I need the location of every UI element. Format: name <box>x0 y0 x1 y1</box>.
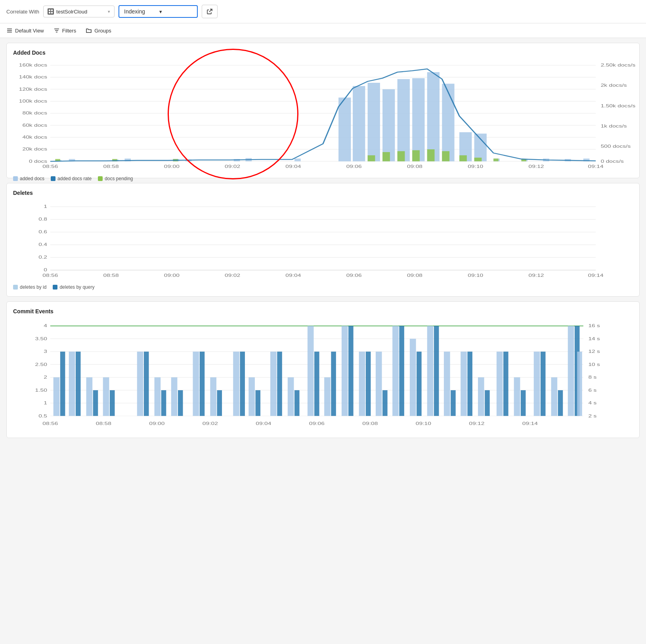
svg-rect-184 <box>467 352 472 416</box>
top-bar: Correlate With testSolrCloud ▾ Indexing … <box>0 0 646 23</box>
svg-rect-182 <box>451 390 456 416</box>
svg-rect-54 <box>353 86 365 161</box>
svg-text:0.4: 0.4 <box>38 242 47 247</box>
svg-text:09:00: 09:00 <box>164 273 180 278</box>
commit-events-card: Commit Events 4 3.50 3 2.50 2 <box>6 301 640 438</box>
svg-rect-76 <box>442 151 449 162</box>
svg-rect-71 <box>368 155 375 161</box>
legend-added-docs: added docs <box>13 176 44 181</box>
svg-rect-155 <box>210 377 216 416</box>
svg-rect-160 <box>256 390 261 416</box>
svg-text:08:56: 08:56 <box>42 164 58 169</box>
svg-rect-147 <box>137 352 143 416</box>
commit-events-svg: 4 3.50 3 2.50 2 1.50 1 0.5 16 s 14 s 12 … <box>13 319 633 430</box>
svg-text:09:14: 09:14 <box>522 421 538 426</box>
svg-rect-73 <box>398 151 405 162</box>
svg-rect-173 <box>376 352 382 416</box>
svg-rect-156 <box>217 390 222 416</box>
indexing-chevron-icon: ▾ <box>159 9 192 15</box>
svg-text:80k docs: 80k docs <box>22 111 47 116</box>
deletes-title: Deletes <box>13 190 633 196</box>
svg-rect-60 <box>442 84 454 161</box>
svg-text:0 docs: 0 docs <box>29 159 47 164</box>
svg-rect-144 <box>93 390 98 416</box>
svg-rect-194 <box>558 390 563 416</box>
svg-text:0: 0 <box>44 268 47 272</box>
svg-text:09:14: 09:14 <box>588 273 604 278</box>
svg-text:40k docs: 40k docs <box>22 135 47 140</box>
svg-text:0.5: 0.5 <box>38 413 47 418</box>
folder-icon <box>86 27 92 34</box>
svg-text:09:00: 09:00 <box>149 421 165 426</box>
svg-text:09:02: 09:02 <box>203 421 218 426</box>
svg-rect-163 <box>288 377 294 416</box>
svg-rect-175 <box>392 326 399 416</box>
added-docs-swatch <box>13 176 18 181</box>
svg-text:4 s: 4 s <box>588 400 596 405</box>
svg-rect-141 <box>69 352 75 416</box>
filter-icon <box>54 27 60 34</box>
svg-text:09:08: 09:08 <box>407 164 422 169</box>
svg-rect-161 <box>270 352 277 416</box>
svg-text:14 s: 14 s <box>588 336 600 341</box>
svg-text:08:58: 08:58 <box>103 164 119 169</box>
svg-text:08:58: 08:58 <box>96 421 111 426</box>
svg-rect-187 <box>497 352 503 416</box>
svg-rect-79 <box>493 158 499 161</box>
svg-rect-166 <box>314 352 319 416</box>
svg-rect-170 <box>348 326 354 416</box>
svg-text:09:14: 09:14 <box>588 164 604 169</box>
svg-rect-0 <box>49 10 50 11</box>
deletes-by-id-swatch <box>13 285 18 290</box>
indexing-selector[interactable]: Indexing ▾ <box>118 5 198 18</box>
svg-rect-78 <box>474 158 482 161</box>
export-button[interactable] <box>202 5 218 18</box>
svg-rect-188 <box>503 352 508 416</box>
svg-text:0 docs/s: 0 docs/s <box>601 159 624 164</box>
svg-text:2.50: 2.50 <box>35 362 48 367</box>
svg-rect-186 <box>485 390 490 416</box>
deletes-svg: 1 0.8 0.6 0.4 0.2 0 08:56 08:58 09:00 09… <box>13 201 633 280</box>
commit-events-chart-area: 4 3.50 3 2.50 2 1.50 1 0.5 16 s 14 s 12 … <box>13 319 633 431</box>
svg-text:4: 4 <box>44 323 47 328</box>
cluster-chevron-icon: ▾ <box>108 9 110 14</box>
svg-text:09:00: 09:00 <box>164 164 180 169</box>
default-view-item[interactable]: Default View <box>6 27 44 34</box>
groups-item[interactable]: Groups <box>86 27 111 34</box>
filters-item[interactable]: Filters <box>54 27 76 34</box>
deletes-card: Deletes 1 0.8 0.6 0.4 0.2 0 08:56 08:58 <box>6 183 640 297</box>
svg-rect-55 <box>368 83 380 161</box>
legend-added-docs-rate-label: added docs rate <box>57 176 92 181</box>
svg-rect-164 <box>294 390 300 416</box>
svg-text:500 docs/s: 500 docs/s <box>601 144 631 149</box>
svg-rect-183 <box>461 352 467 416</box>
indexing-label: Indexing <box>124 8 157 15</box>
svg-rect-145 <box>103 377 109 416</box>
deletes-by-query-swatch <box>53 285 57 290</box>
svg-rect-157 <box>233 352 239 416</box>
added-docs-legend: added docs added docs rate docs pending <box>13 176 633 181</box>
svg-text:160k docs: 160k docs <box>19 63 47 68</box>
legend-added-docs-rate: added docs rate <box>51 176 92 181</box>
svg-text:60k docs: 60k docs <box>22 123 47 128</box>
svg-text:09:06: 09:06 <box>346 273 362 278</box>
cluster-selector[interactable]: testSolrCloud ▾ <box>43 6 115 17</box>
svg-rect-171 <box>359 352 365 416</box>
svg-rect-195 <box>568 326 574 416</box>
svg-rect-174 <box>382 390 388 416</box>
svg-text:09:04: 09:04 <box>256 421 271 426</box>
svg-rect-180 <box>434 326 439 416</box>
cluster-icon <box>48 8 54 15</box>
svg-text:09:06: 09:06 <box>346 164 362 169</box>
svg-rect-52 <box>294 158 301 161</box>
svg-text:09:12: 09:12 <box>528 164 544 169</box>
toolbar: Default View Filters Groups <box>0 23 646 38</box>
svg-text:100k docs: 100k docs <box>19 99 47 104</box>
svg-rect-192 <box>541 352 546 416</box>
svg-text:3: 3 <box>44 349 47 354</box>
svg-text:09:04: 09:04 <box>285 273 301 278</box>
svg-text:2: 2 <box>44 375 47 379</box>
svg-text:09:02: 09:02 <box>225 273 240 278</box>
svg-rect-139 <box>54 377 60 416</box>
added-docs-svg: 160k docs 140k docs 120k docs 100k docs … <box>13 61 633 171</box>
